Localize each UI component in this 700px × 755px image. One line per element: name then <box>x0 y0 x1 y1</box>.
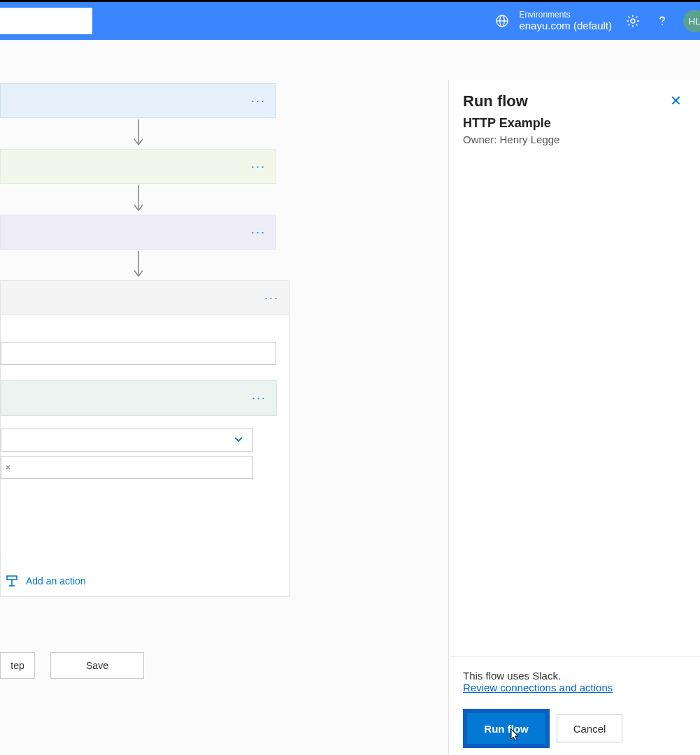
svg-rect-8 <box>7 576 17 580</box>
more-icon[interactable]: ··· <box>264 291 279 305</box>
panel-subtitle: HTTP Example <box>463 116 685 131</box>
run-flow-button[interactable]: Run flow <box>467 713 545 744</box>
flow-container-header[interactable]: ··· <box>0 280 290 315</box>
canvas-footer-buttons: tep Save <box>0 652 144 679</box>
save-button[interactable]: Save <box>50 652 144 679</box>
globe-icon <box>494 13 510 29</box>
flow-column: ··· ··· ··· ··· <box>0 83 290 597</box>
add-action-icon <box>5 574 19 588</box>
flow-step-3[interactable]: ··· <box>0 215 276 250</box>
panel-actions: Run flow Cancel <box>463 709 686 748</box>
close-icon[interactable]: × <box>6 463 10 473</box>
button-label: Run flow <box>484 723 528 735</box>
arrow-icon <box>0 250 276 280</box>
help-icon[interactable] <box>654 13 671 29</box>
header-right-cluster: Environments enayu.com (default) HL <box>494 2 700 40</box>
panel-note: This flow uses Slack. <box>463 670 686 682</box>
environment-switcher[interactable]: Environments enayu.com (default) <box>494 10 612 32</box>
svg-point-4 <box>662 24 663 25</box>
panel-header: Run flow ✕ HTTP Example Owner: Henry Leg… <box>449 80 700 151</box>
flow-step-2[interactable]: ··· <box>0 149 276 184</box>
app-header: Environments enayu.com (default) HL <box>0 2 700 40</box>
cancel-button[interactable]: Cancel <box>557 714 622 742</box>
run-flow-panel: Run flow ✕ HTTP Example Owner: Henry Leg… <box>448 80 700 755</box>
environment-label: Environments <box>519 10 612 20</box>
search-input[interactable] <box>0 8 92 34</box>
text-input[interactable] <box>1 342 276 365</box>
dropdown-field[interactable] <box>1 429 253 452</box>
review-connections-link[interactable]: Review connections and actions <box>463 682 686 693</box>
arrow-icon <box>0 184 276 215</box>
more-icon[interactable]: ··· <box>251 159 266 174</box>
flow-canvas: ··· ··· ··· ··· <box>0 40 700 755</box>
arrow-icon <box>0 118 276 149</box>
new-step-button[interactable]: tep <box>0 652 35 679</box>
tag-input[interactable]: × <box>1 456 253 479</box>
add-action-label: Add an action <box>26 575 86 587</box>
gear-icon[interactable] <box>624 13 641 29</box>
more-icon[interactable]: ··· <box>252 391 266 405</box>
run-flow-highlight: Run flow <box>463 709 550 748</box>
panel-owner: Owner: Henry Legge <box>463 134 685 145</box>
svg-point-3 <box>631 19 635 23</box>
add-action-button[interactable]: Add an action <box>5 574 289 588</box>
flow-container-body: ··· × <box>0 315 290 597</box>
avatar[interactable]: HL <box>683 10 700 32</box>
chevron-down-icon <box>233 433 244 447</box>
button-label: Cancel <box>573 723 606 735</box>
flow-step-1[interactable]: ··· <box>0 83 276 118</box>
flow-inner-step[interactable]: ··· <box>1 380 277 415</box>
more-icon[interactable]: ··· <box>251 94 266 108</box>
close-icon[interactable]: ✕ <box>667 92 685 109</box>
button-label: Save <box>86 660 108 671</box>
button-label: tep <box>10 660 24 671</box>
panel-footer: This flow uses Slack. Review connections… <box>449 656 700 755</box>
more-icon[interactable]: ··· <box>251 225 266 240</box>
environment-value: enayu.com (default) <box>519 20 612 32</box>
panel-body <box>449 151 700 656</box>
avatar-initials: HL <box>689 16 700 27</box>
panel-title: Run flow <box>463 92 528 110</box>
